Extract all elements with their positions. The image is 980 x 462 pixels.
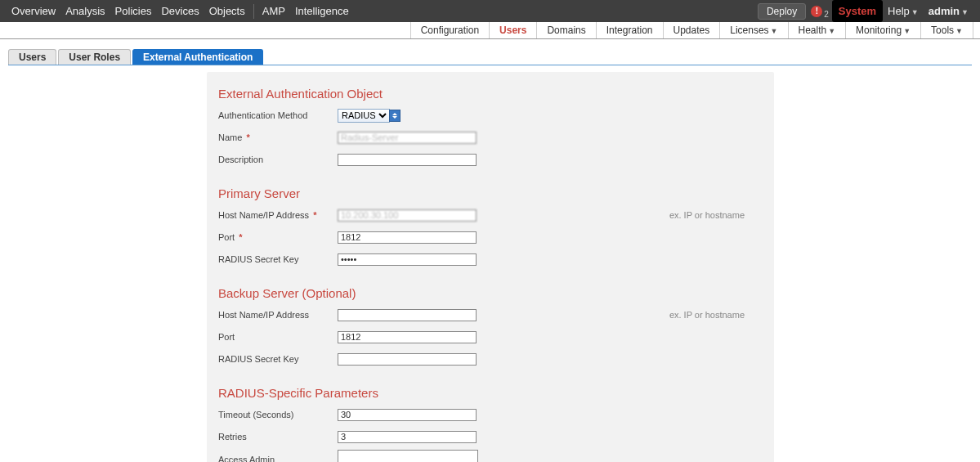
label-access-admin: Access Admin	[218, 450, 338, 462]
nav-help-label: Help	[888, 5, 910, 17]
hint-backup-host: ex. IP or hostname	[669, 310, 763, 320]
top-nav-right: Deploy ! 2 System Help▼ admin▼	[758, 0, 973, 22]
tertiary-nav-wrap: Users User Roles External Authentication	[0, 49, 980, 65]
label-description: Description	[218, 155, 338, 164]
nav-admin[interactable]: admin▼	[924, 0, 973, 22]
subnav-integration[interactable]: Integration	[596, 22, 663, 38]
form-panel: External Authentication Object Authentic…	[207, 72, 774, 462]
subnav-users[interactable]: Users	[489, 22, 536, 38]
section-backup-server: Backup Server (Optional)	[218, 286, 763, 300]
chevron-down-icon: ▼	[955, 27, 963, 35]
alert-count: 2	[824, 10, 829, 19]
auth-method-select[interactable]: RADIUS	[338, 109, 401, 123]
timeout-input[interactable]	[338, 409, 477, 421]
label-primary-host: Host Name/IP Address *	[218, 210, 338, 220]
chevron-down-icon: ▼	[911, 8, 919, 16]
subnav-licenses[interactable]: Licenses▼	[719, 22, 787, 38]
nav-admin-label: admin	[929, 5, 960, 17]
subnav-health-label: Health	[799, 25, 827, 36]
description-input[interactable]	[338, 154, 477, 166]
backup-port-input[interactable]	[338, 331, 477, 343]
nav-system[interactable]: System	[832, 0, 883, 22]
access-admin-input[interactable]	[338, 450, 478, 462]
label-backup-secret: RADIUS Secret Key	[218, 354, 338, 364]
label-backup-host: Host Name/IP Address	[218, 310, 338, 320]
alert-indicator[interactable]: ! 2	[811, 6, 829, 17]
chevron-down-icon: ▼	[903, 27, 911, 35]
name-input[interactable]	[338, 132, 477, 144]
nav-amp[interactable]: AMP	[257, 0, 290, 22]
chevron-down-icon: ▼	[828, 27, 835, 35]
primary-host-input[interactable]	[338, 209, 477, 222]
subnav-tools[interactable]: Tools▼	[920, 22, 973, 38]
label-primary-port: Port *	[218, 232, 338, 242]
nav-devices[interactable]: Devices	[156, 0, 204, 22]
nav-policies[interactable]: Policies	[110, 0, 157, 22]
label-primary-secret: RADIUS Secret Key	[218, 254, 338, 264]
subnav-tools-label: Tools	[931, 25, 954, 36]
subnav-configuration[interactable]: Configuration	[410, 22, 489, 38]
chevron-down-icon: ▼	[771, 27, 778, 35]
top-nav-left: Overview Analysis Policies Devices Objec…	[7, 0, 354, 22]
tertiary-nav: Users User Roles External Authentication	[8, 49, 972, 65]
subnav-monitoring[interactable]: Monitoring▼	[845, 22, 920, 38]
label-retries: Retries	[218, 432, 338, 442]
chevron-down-icon: ▼	[961, 8, 969, 16]
section-primary-server: Primary Server	[218, 186, 763, 200]
nav-analysis[interactable]: Analysis	[60, 0, 110, 22]
subnav-updates[interactable]: Updates	[663, 22, 720, 38]
nav-intelligence[interactable]: Intelligence	[290, 0, 354, 22]
primary-port-input[interactable]	[338, 231, 477, 244]
deploy-button[interactable]: Deploy	[758, 3, 806, 20]
hint-primary-host: ex. IP or hostname	[669, 210, 763, 220]
primary-secret-input[interactable]	[338, 253, 477, 266]
nav-objects[interactable]: Objects	[204, 0, 250, 22]
subnav-licenses-label: Licenses	[730, 25, 768, 36]
auth-method-select-inner[interactable]: RADIUS	[338, 109, 390, 123]
stepper-icon	[389, 110, 401, 122]
retries-input[interactable]	[338, 431, 477, 443]
backup-host-input[interactable]	[338, 309, 477, 321]
section-radius-params: RADIUS-Specific Parameters	[218, 386, 763, 400]
label-auth-method: Authentication Method	[218, 110, 338, 120]
sub-nav: Configuration Users Domains Integration …	[0, 22, 980, 39]
label-timeout: Timeout (Seconds)	[218, 410, 338, 419]
nav-overview[interactable]: Overview	[7, 0, 60, 22]
alert-icon: !	[811, 6, 822, 17]
backup-secret-input[interactable]	[338, 353, 477, 366]
subnav-health[interactable]: Health▼	[788, 22, 846, 38]
tab-users[interactable]: Users	[8, 49, 56, 65]
top-nav: Overview Analysis Policies Devices Objec…	[0, 0, 980, 22]
label-name: Name *	[218, 132, 338, 142]
nav-separator	[253, 4, 254, 19]
subnav-domains[interactable]: Domains	[536, 22, 595, 38]
tab-user-roles[interactable]: User Roles	[58, 49, 131, 65]
label-backup-port: Port	[218, 332, 338, 342]
nav-help[interactable]: Help▼	[883, 0, 924, 22]
tab-external-authentication[interactable]: External Authentication	[132, 49, 263, 65]
subnav-monitoring-label: Monitoring	[856, 25, 902, 36]
section-external-auth: External Authentication Object	[218, 87, 763, 101]
